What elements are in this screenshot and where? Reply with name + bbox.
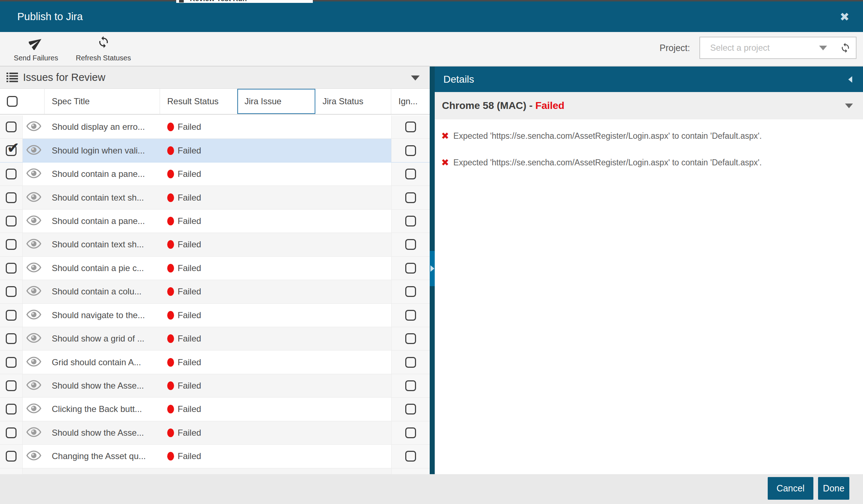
collapse-left-icon[interactable] [848,76,852,83]
eye-icon[interactable] [26,262,41,274]
eye-icon[interactable] [26,286,41,297]
jira-issue-cell [237,257,315,280]
column-header-spec-title[interactable]: Spec Title [45,89,160,114]
row-select-checkbox[interactable] [6,427,17,438]
table-row[interactable]: Should display an erro... Failed [0,115,430,139]
row-select-checkbox[interactable] [6,145,17,156]
row-select-checkbox[interactable] [6,310,17,321]
jira-status-cell [315,115,391,138]
chevron-down-icon[interactable] [819,46,827,50]
table-row[interactable]: Clicking the Back butt... Failed [0,398,430,421]
send-failures-button[interactable]: Send Failures [11,36,61,63]
table-row[interactable]: Should navigate to the... Failed [0,304,430,327]
result-status: Failed [178,357,201,367]
row-select-checkbox[interactable] [6,404,17,414]
ignore-checkbox[interactable] [405,310,416,321]
eye-icon[interactable] [26,427,41,439]
toolbar: Send Failures Refresh Statuses Project: … [0,32,863,67]
ignore-checkbox[interactable] [405,239,416,250]
panel-collapse-icon[interactable] [411,75,420,81]
result-status: Failed [178,310,201,320]
eye-icon[interactable] [26,450,41,462]
splitter-grabber[interactable] [430,251,435,286]
done-button[interactable]: Done [818,477,849,500]
ignore-checkbox[interactable] [405,122,416,132]
eye-icon[interactable] [26,239,41,250]
spec-title: Should navigate to the... [52,310,145,320]
ignore-checkbox[interactable] [405,357,416,368]
table-row[interactable]: Should contain a pane... Failed [0,162,430,186]
result-status: Failed [178,451,201,461]
ignore-checkbox[interactable] [405,404,416,414]
ignore-checkbox[interactable] [405,263,416,274]
table-row[interactable]: Grid should contain A... Failed [0,350,430,374]
table-row[interactable]: Should contain text sh... Failed [0,233,430,256]
row-select-checkbox[interactable] [6,357,17,368]
row-select-checkbox[interactable] [6,169,17,179]
row-select-checkbox[interactable] [6,333,17,344]
eye-icon[interactable] [26,310,41,321]
ignore-checkbox[interactable] [405,451,416,462]
ignore-checkbox[interactable] [405,286,416,297]
ignore-checkbox[interactable] [405,145,416,156]
row-select-checkbox[interactable] [6,216,17,226]
project-select[interactable]: Select a project [699,37,857,59]
row-select-checkbox[interactable] [6,239,17,250]
result-collapse-icon[interactable] [845,104,853,108]
spec-title: Should display an erro... [52,122,145,132]
eye-icon[interactable] [26,380,41,391]
result-browser-label: Chrome 58 (MAC) - Failed [442,100,565,111]
error-x-icon: ✖ [441,131,449,141]
project-label: Project: [659,43,690,53]
column-header-jira-status[interactable]: Jira Status [315,89,391,114]
jira-status-cell [315,398,391,421]
table-row[interactable]: Should login when vali... Failed [0,139,430,162]
eye-icon[interactable] [26,403,41,415]
result-header-bar[interactable]: Chrome 58 (MAC) - Failed [435,92,863,119]
row-select-checkbox[interactable] [6,122,17,132]
ignore-checkbox[interactable] [405,427,416,438]
panel-splitter[interactable] [430,67,435,474]
table-row[interactable]: Should contain a pane... Failed [0,210,430,233]
column-header-ignore[interactable]: Ign... [391,89,430,114]
eye-icon[interactable] [26,121,41,133]
eye-icon[interactable] [26,357,41,368]
row-select-checkbox[interactable] [6,380,17,391]
ignore-checkbox[interactable] [405,380,416,391]
jira-status-cell [315,186,391,209]
spec-title: Changing the Asset qu... [52,451,146,461]
ignore-checkbox[interactable] [405,216,416,226]
project-refresh-icon[interactable] [840,42,851,53]
row-select-checkbox[interactable] [6,192,17,203]
eye-icon[interactable] [26,145,41,156]
table-row[interactable]: Should contain a pie c... Failed [0,257,430,280]
failed-dot-icon [167,193,174,202]
row-select-checkbox[interactable] [6,451,17,462]
ignore-checkbox[interactable] [405,192,416,203]
select-all-checkbox[interactable] [7,96,18,107]
dialog-title-bar: Publish to Jira ✖ [0,1,863,32]
refresh-statuses-button[interactable]: Refresh Statuses [70,36,137,63]
eye-icon[interactable] [26,215,41,227]
ignore-checkbox[interactable] [405,169,416,179]
close-icon[interactable]: ✖ [840,1,849,32]
table-row[interactable]: Should contain a colu... Failed [0,280,430,303]
refresh-statuses-label: Refresh Statuses [76,54,131,63]
column-header-result-status[interactable]: Result Status [160,89,237,114]
result-status: Failed [178,404,201,414]
table-row[interactable]: Changing the Asset qu... Failed [0,445,430,468]
result-status: Failed [178,381,201,391]
row-select-checkbox[interactable] [6,263,17,274]
row-select-checkbox[interactable] [6,286,17,297]
eye-icon[interactable] [26,168,41,180]
table-row[interactable]: Should show a grid of ... Failed [0,327,430,350]
table-row[interactable]: Should show the Asse... Failed [0,374,430,398]
ignore-checkbox[interactable] [405,333,416,344]
failed-dot-icon [167,358,174,367]
table-row[interactable]: Should contain text sh... Failed [0,186,430,209]
table-row[interactable]: Should show the Asse... Failed [0,421,430,445]
cancel-button[interactable]: Cancel [768,477,813,500]
eye-icon[interactable] [26,333,41,344]
eye-icon[interactable] [26,192,41,203]
column-header-jira-issue[interactable]: Jira Issue [237,89,315,114]
